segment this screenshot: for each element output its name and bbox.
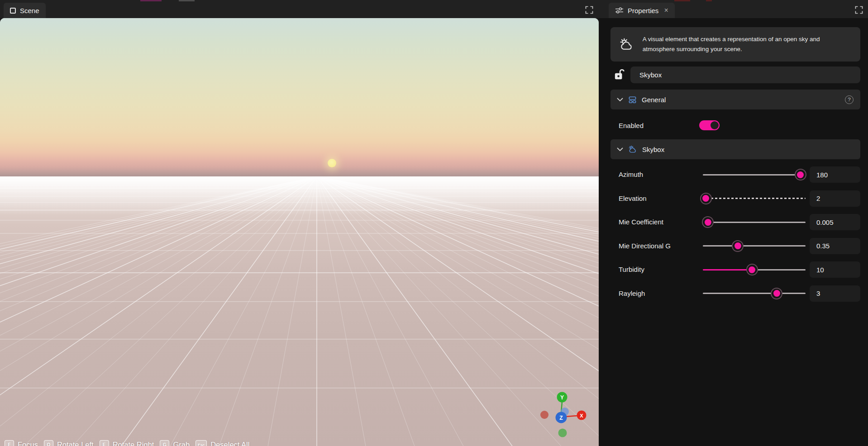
slider-label: Elevation: [619, 190, 647, 207]
slider-row: Turbidity: [599, 261, 868, 278]
entity-name-input[interactable]: [630, 66, 860, 83]
slider-label: Turbidity: [619, 261, 644, 278]
slider-handle-dot: [773, 290, 780, 297]
sky-gradient: [0, 18, 599, 176]
slider-row: Azimuth: [599, 166, 868, 183]
slider-value-input[interactable]: [810, 285, 860, 302]
perspective-grid: [0, 176, 599, 446]
shortcut-hint: EscDeselect All: [196, 440, 249, 446]
slider-track[interactable]: [703, 293, 806, 294]
slider-value-input[interactable]: [810, 190, 860, 207]
tab-scene[interactable]: Scene: [4, 3, 46, 18]
shortcut-label: Grab: [173, 441, 190, 446]
slider[interactable]: [703, 190, 806, 207]
slider[interactable]: [703, 238, 806, 254]
axis-neg-y-ball[interactable]: [558, 429, 567, 437]
chevron-down-icon: [617, 98, 623, 101]
enabled-toggle[interactable]: [699, 120, 720, 130]
slider-label: Azimuth: [619, 166, 643, 183]
top-edge-fragment: [706, 0, 712, 1]
scene-viewport[interactable]: FFocusQRotate LeftERotate RightGGrabEscD…: [0, 18, 599, 446]
slider-handle-dot: [705, 219, 711, 226]
keycap: E: [100, 440, 109, 446]
general-section-icon: [628, 95, 637, 104]
slider-track[interactable]: [703, 222, 806, 223]
slider[interactable]: [703, 214, 806, 230]
svg-text:X: X: [580, 413, 583, 418]
shortcut-label: Focus: [18, 441, 38, 446]
scene-expand-button[interactable]: [585, 6, 593, 14]
keycap: Esc: [196, 440, 207, 446]
slider-handle[interactable]: [702, 216, 714, 228]
keycap: F: [5, 440, 14, 446]
enabled-label: Enabled: [619, 122, 644, 129]
component-description-box: A visual element that creates a represen…: [610, 27, 860, 62]
tab-bar: Scene Properties ×: [0, 0, 868, 18]
slider-handle[interactable]: [700, 193, 712, 204]
fullscreen-icon: [585, 6, 593, 14]
component-description: A visual element that creates a represen…: [643, 34, 851, 55]
slider-handle-dot: [734, 242, 741, 249]
slider-label: Mie Coefficient: [619, 214, 663, 230]
skybox-section-icon: [628, 145, 637, 154]
slider[interactable]: [703, 285, 806, 302]
axis-x-ball[interactable]: X: [577, 411, 587, 420]
help-icon[interactable]: ?: [845, 95, 854, 104]
slider-label: Rayleigh: [619, 285, 645, 302]
slider-track[interactable]: [703, 245, 806, 247]
tab-properties[interactable]: Properties ×: [609, 3, 675, 18]
shortcut-hints-bar: FFocusQRotate LeftERotate RightGGrabEscD…: [5, 440, 249, 446]
shortcut-hint: GGrab: [160, 440, 190, 446]
slider[interactable]: [703, 166, 806, 183]
slider-handle-dot: [797, 171, 804, 178]
slider-track[interactable]: [703, 198, 806, 199]
properties-expand-button[interactable]: [855, 6, 863, 14]
section-header-general[interactable]: General ?: [610, 90, 860, 109]
scene-tab-label: Scene: [20, 7, 39, 14]
unlocked-padlock-icon: [614, 68, 625, 81]
sun-behind-cloud-icon: [619, 37, 634, 52]
top-edge-fragment: [179, 0, 195, 1]
skybox-section-label: Skybox: [642, 146, 664, 153]
slider-handle[interactable]: [795, 169, 806, 180]
scene-viewport-icon: [10, 8, 16, 14]
slider-row: Mie Coefficient: [599, 214, 868, 230]
slider-handle-dot: [749, 266, 755, 273]
general-section-label: General: [642, 96, 666, 104]
chevron-down-icon: [617, 147, 623, 151]
lock-button[interactable]: [614, 68, 625, 81]
sliders-icon: [615, 7, 624, 14]
axis-gizmo[interactable]: Y Z X: [534, 384, 588, 446]
slider-row: Elevation: [599, 190, 868, 207]
slider-track[interactable]: [703, 174, 806, 176]
slider-row: Mie Directional G: [599, 238, 868, 254]
slider-handle[interactable]: [771, 288, 782, 299]
slider-value-input[interactable]: [810, 261, 860, 278]
axis-z-ball[interactable]: Z: [556, 412, 567, 423]
shortcut-label: Rotate Right: [113, 441, 154, 446]
slider-handle[interactable]: [746, 264, 758, 275]
slider-handle[interactable]: [732, 240, 744, 252]
slider-handle-dot: [702, 195, 709, 202]
slider-value-input[interactable]: [810, 238, 860, 254]
properties-panel: A visual element that creates a represen…: [599, 18, 868, 446]
fullscreen-icon: [855, 6, 863, 14]
axis-y-ball[interactable]: Y: [557, 392, 568, 403]
slider-row: Rayleigh: [599, 285, 868, 302]
shortcut-hint: QRotate Left: [44, 440, 94, 446]
svg-text:Y: Y: [560, 394, 564, 401]
section-header-skybox[interactable]: Skybox: [610, 139, 860, 159]
editor-app: Scene Properties × FFocusQRotate: [0, 0, 868, 446]
keycap: G: [160, 440, 169, 446]
shortcut-hint: ERotate Right: [100, 440, 154, 446]
slider-value-input[interactable]: [810, 166, 860, 183]
shortcut-hint: FFocus: [5, 440, 38, 446]
slider-value-input[interactable]: [810, 214, 860, 230]
slider-label: Mie Directional G: [619, 238, 671, 254]
toggle-knob: [711, 121, 719, 129]
shortcut-label: Rotate Left: [57, 441, 94, 446]
slider[interactable]: [703, 261, 806, 278]
properties-tab-label: Properties: [628, 7, 658, 14]
axis-neg-x-ball[interactable]: [540, 411, 548, 419]
close-icon[interactable]: ×: [664, 7, 668, 14]
